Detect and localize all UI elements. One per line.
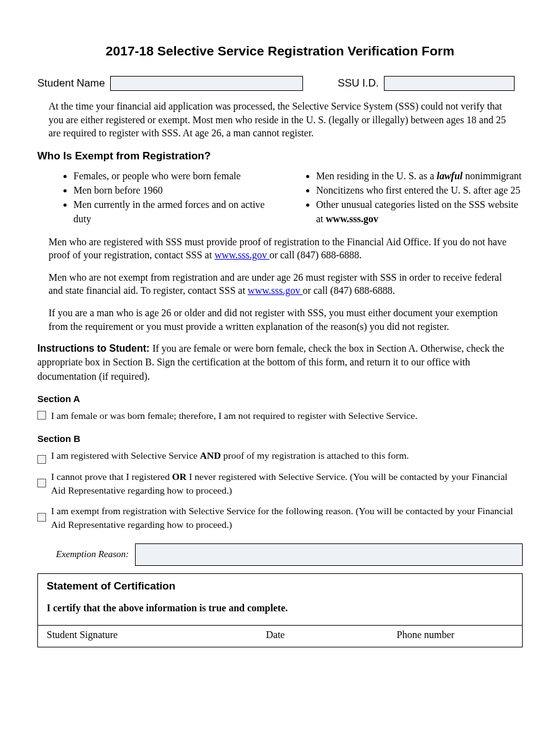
ssu-id-label: SSU I.D. [338, 77, 379, 90]
instructions-paragraph: Instructions to Student: If you are fema… [37, 342, 523, 383]
form-page: 2017-18 Selective Service Registration V… [0, 0, 560, 672]
list-item: Men born before 1960 [73, 183, 280, 197]
student-name-label: Student Name [37, 77, 105, 90]
option-text: I am exempt from registration with Selec… [51, 504, 523, 532]
name-id-row: Student Name SSU I.D. [37, 76, 523, 91]
ssu-id-input[interactable] [384, 76, 515, 91]
exempt-heading: Who Is Exempt from Registration? [37, 150, 523, 162]
para-registered: Men who are registered with SSS must pro… [49, 235, 516, 262]
section-b-option-3: I am exempt from registration with Selec… [37, 504, 523, 532]
section-a-option: I am female or was born female; therefor… [37, 409, 523, 423]
certification-statement: I certify that the above information is … [47, 603, 513, 614]
option-text: I am registered with Selective Service A… [51, 449, 409, 463]
section-b-option-1: I am registered with Selective Service A… [37, 449, 523, 464]
sss-link[interactable]: www.sss.gov [248, 285, 302, 296]
phone-label: Phone number [397, 629, 514, 641]
page-title: 2017-18 Selective Service Registration V… [37, 44, 523, 59]
para-not-exempt: Men who are not exempt from registration… [49, 271, 516, 298]
exempt-list-left: Females, or people who were born female … [62, 169, 280, 227]
certification-box: Statement of Certification I certify tha… [37, 573, 523, 647]
student-name-input[interactable] [110, 76, 303, 91]
exempt-list-right: Men residing in the U. S. as a lawful no… [305, 169, 523, 227]
list-item: Men currently in the armed forces and on… [73, 197, 280, 226]
exemption-reason-label: Exemption Reason: [56, 549, 129, 560]
list-item: Other unusual categories listed on the S… [316, 197, 523, 226]
option-text: I cannot prove that I registered OR I ne… [51, 470, 523, 498]
sss-link[interactable]: www.sss.gov [215, 250, 269, 260]
signature-label: Student Signature [47, 629, 266, 641]
checkbox-exempt[interactable] [37, 513, 46, 522]
section-b-option-2: I cannot prove that I registered OR I ne… [37, 470, 523, 498]
checkbox-registered[interactable] [37, 455, 46, 464]
para-over-26: If you are a man who is age 26 or older … [49, 306, 516, 333]
checkbox-female[interactable] [37, 411, 46, 420]
list-item: Men residing in the U. S. as a lawful no… [316, 169, 523, 183]
list-item: Females, or people who were born female [73, 169, 280, 183]
section-a-text: I am female or was born female; therefor… [51, 409, 418, 423]
signature-row: Student Signature Date Phone number [38, 625, 522, 647]
exemption-reason-input[interactable] [135, 543, 523, 566]
intro-paragraph: At the time your financial aid applicati… [49, 100, 516, 140]
exempt-columns: Females, or people who were born female … [62, 169, 523, 227]
exemption-reason-row: Exemption Reason: [56, 543, 523, 566]
list-item: Noncitizens who first entered the U. S. … [316, 183, 523, 197]
section-a-heading: Section A [37, 393, 523, 404]
certification-heading: Statement of Certification [47, 580, 513, 593]
date-label: Date [266, 629, 397, 641]
section-b-heading: Section B [37, 433, 523, 444]
checkbox-cannot-prove[interactable] [37, 479, 46, 487]
